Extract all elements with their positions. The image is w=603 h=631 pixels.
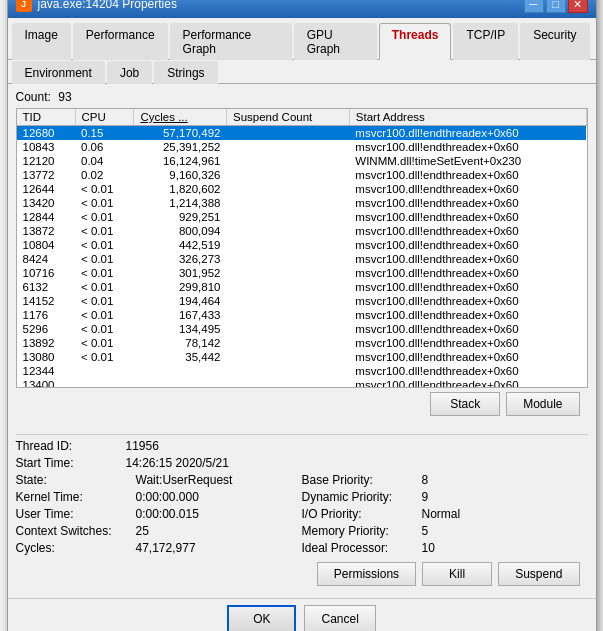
cell-suspend [227, 308, 350, 322]
table-row[interactable]: 10804 < 0.01 442,519 msvcr100.dll!endthr… [17, 238, 587, 252]
col-address[interactable]: Start Address [349, 109, 586, 126]
table-row[interactable]: 8424 < 0.01 326,273 msvcr100.dll!endthre… [17, 252, 587, 266]
kernel-time-label: Kernel Time: [16, 490, 136, 504]
dynamic-priority-value: 9 [422, 490, 588, 504]
tab-performance[interactable]: Performance [73, 23, 168, 60]
tab-security[interactable]: Security [520, 23, 589, 60]
cancel-button[interactable]: Cancel [304, 605, 375, 631]
cell-tid: 12680 [17, 126, 76, 141]
table-row[interactable]: 5296 < 0.01 134,495 msvcr100.dll!endthre… [17, 322, 587, 336]
table-row[interactable]: 12644 < 0.01 1,820,602 msvcr100.dll!endt… [17, 182, 587, 196]
cell-cpu [75, 364, 134, 378]
cell-suspend [227, 196, 350, 210]
col-cpu[interactable]: CPU [75, 109, 134, 126]
table-row[interactable]: 10843 0.06 25,391,252 msvcr100.dll!endth… [17, 140, 587, 154]
table-row[interactable]: 13080 < 0.01 35,442 msvcr100.dll!endthre… [17, 350, 587, 364]
cell-cycles [134, 378, 227, 388]
table-row[interactable]: 13872 < 0.01 800,094 msvcr100.dll!endthr… [17, 224, 587, 238]
table-row[interactable]: 13420 < 0.01 1,214,388 msvcr100.dll!endt… [17, 196, 587, 210]
cell-cycles: 301,952 [134, 266, 227, 280]
tabs-row2: Environment Job Strings [8, 60, 596, 84]
suspend-button[interactable]: Suspend [498, 562, 579, 586]
ok-button[interactable]: OK [227, 605, 296, 631]
tab-strings[interactable]: Strings [154, 61, 217, 84]
cell-address: msvcr100.dll!endthreadex+0x60 [349, 196, 586, 210]
cell-cpu: < 0.01 [75, 294, 134, 308]
table-row[interactable]: 10716 < 0.01 301,952 msvcr100.dll!endthr… [17, 266, 587, 280]
cell-tid: 6132 [17, 280, 76, 294]
cell-address: msvcr100.dll!endthreadex+0x60 [349, 336, 586, 350]
memory-priority-label: Memory Priority: [302, 524, 422, 538]
cell-tid: 10716 [17, 266, 76, 280]
ideal-processor-value: 10 [422, 541, 588, 555]
module-button[interactable]: Module [506, 392, 579, 416]
stack-button[interactable]: Stack [430, 392, 500, 416]
table-row[interactable]: 13772 0.02 9,160,326 msvcr100.dll!endthr… [17, 168, 587, 182]
cell-cycles: 16,124,961 [134, 154, 227, 168]
table-row[interactable]: 13400 msvcr100.dll!endthreadex+0x60 [17, 378, 587, 388]
cell-cycles: 57,170,492 [134, 126, 227, 141]
table-row[interactable]: 12844 < 0.01 929,251 msvcr100.dll!endthr… [17, 210, 587, 224]
title-bar: J java.exe:14204 Properties ─ □ ✕ [8, 0, 596, 18]
cell-suspend [227, 168, 350, 182]
cell-suspend [227, 280, 350, 294]
table-row[interactable]: 14152 < 0.01 194,464 msvcr100.dll!endthr… [17, 294, 587, 308]
tab-threads[interactable]: Threads ↓ [379, 23, 452, 60]
tab-gpu-graph[interactable]: GPU Graph [294, 23, 377, 60]
cell-cycles: 326,273 [134, 252, 227, 266]
memory-priority-row: Memory Priority: 5 [302, 524, 588, 538]
cell-address: WINMM.dll!timeSetEvent+0x230 [349, 154, 586, 168]
table-row[interactable]: 12344 msvcr100.dll!endthreadex+0x60 [17, 364, 587, 378]
dynamic-priority-row: Dynamic Priority: 9 [302, 490, 588, 504]
tab-job[interactable]: Job [107, 61, 152, 84]
tab-tcp-ip[interactable]: TCP/IP [453, 23, 518, 60]
col-cycles[interactable]: Cycles ... [134, 109, 227, 126]
table-row[interactable]: 13892 < 0.01 78,142 msvcr100.dll!endthre… [17, 336, 587, 350]
cell-address: msvcr100.dll!endthreadex+0x60 [349, 378, 586, 388]
thread-id-row: Thread ID: 11956 [16, 439, 588, 453]
cell-cpu: 0.04 [75, 154, 134, 168]
thread-table-container[interactable]: TID CPU Cycles ... Suspend Count Start A… [16, 108, 588, 388]
base-priority-value: 8 [422, 473, 588, 487]
cell-cycles: 35,442 [134, 350, 227, 364]
minimize-button[interactable]: ─ [524, 0, 544, 13]
col-suspend[interactable]: Suspend Count [227, 109, 350, 126]
io-priority-label: I/O Priority: [302, 507, 422, 521]
cell-cycles: 442,519 [134, 238, 227, 252]
cycles-row: Cycles: 47,172,977 [16, 541, 302, 555]
table-row[interactable]: 12120 0.04 16,124,961 WINMM.dll!timeSetE… [17, 154, 587, 168]
close-button[interactable]: ✕ [568, 0, 588, 13]
table-row[interactable]: 1176 < 0.01 167,433 msvcr100.dll!endthre… [17, 308, 587, 322]
cell-tid: 12344 [17, 364, 76, 378]
table-row[interactable]: 6132 < 0.01 299,810 msvcr100.dll!endthre… [17, 280, 587, 294]
tab-environment[interactable]: Environment [12, 61, 105, 84]
col-tid[interactable]: TID [17, 109, 76, 126]
cell-tid: 13400 [17, 378, 76, 388]
user-time-value: 0:00:00.015 [136, 507, 302, 521]
title-bar-left: J java.exe:14204 Properties [16, 0, 177, 12]
cycles-value: 47,172,977 [136, 541, 302, 555]
base-priority-row: Base Priority: 8 [302, 473, 588, 487]
kill-button[interactable]: Kill [422, 562, 492, 586]
cell-address: msvcr100.dll!endthreadex+0x60 [349, 252, 586, 266]
tab-image[interactable]: Image [12, 23, 71, 60]
maximize-button[interactable]: □ [546, 0, 566, 13]
cell-address: msvcr100.dll!endthreadex+0x60 [349, 224, 586, 238]
cell-tid: 14152 [17, 294, 76, 308]
bottom-buttons: OK Cancel [8, 598, 596, 631]
cell-cpu: 0.02 [75, 168, 134, 182]
stack-module-row: Stack Module [16, 388, 588, 420]
kernel-time-value: 0:00:00.000 [136, 490, 302, 504]
table-row[interactable]: 12680 0.15 57,170,492 msvcr100.dll!endth… [17, 126, 587, 141]
user-time-label: User Time: [16, 507, 136, 521]
permissions-button[interactable]: Permissions [317, 562, 416, 586]
tab-performance-graph[interactable]: Performance Graph [170, 23, 292, 60]
count-value: 93 [58, 90, 71, 104]
cell-cycles: 929,251 [134, 210, 227, 224]
cell-tid: 10843 [17, 140, 76, 154]
ideal-processor-row: Ideal Processor: 10 [302, 541, 588, 555]
detail-col-right: Base Priority: 8 Dynamic Priority: 9 I/O… [302, 473, 588, 558]
cell-cpu: < 0.01 [75, 336, 134, 350]
thread-table-body: 12680 0.15 57,170,492 msvcr100.dll!endth… [17, 126, 587, 389]
context-switches-label: Context Switches: [16, 524, 136, 538]
